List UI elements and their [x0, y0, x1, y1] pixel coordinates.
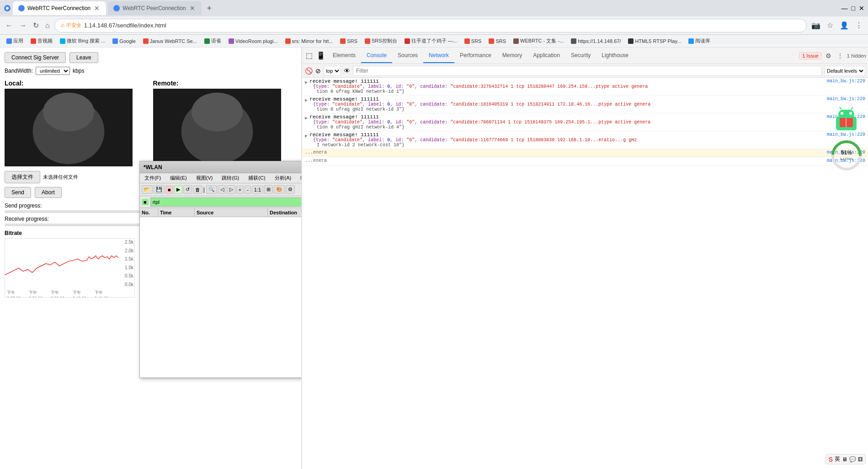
- bookmark-videoroom[interactable]: VideoRoom plugi...: [226, 37, 281, 45]
- ws-zoom-reset[interactable]: 1:1: [252, 186, 263, 194]
- close-button[interactable]: ✕: [859, 5, 864, 12]
- wireshark-filter-input[interactable]: [150, 197, 302, 207]
- bookmark-bing[interactable]: 微软 Bing 搜索 ...: [57, 37, 108, 45]
- ws-clear[interactable]: 🗑: [193, 186, 202, 194]
- bookmark-html5[interactable]: HTML5 RTSP Play...: [625, 37, 684, 45]
- ws-menu-jump[interactable]: 跳转(G): [217, 173, 244, 183]
- devtools-settings-button[interactable]: ⚙: [824, 51, 833, 60]
- expand-1[interactable]: ▶: [305, 80, 308, 85]
- tab-close-1[interactable]: ✕: [93, 4, 101, 13]
- bookmark-srs2[interactable]: SRS: [462, 37, 485, 45]
- ws-nav-fwd[interactable]: ▷: [227, 185, 235, 194]
- expand-2[interactable]: ▶: [305, 97, 308, 103]
- bookmark-reader[interactable]: 阅读库: [686, 37, 713, 45]
- console-filter-input[interactable]: [353, 66, 822, 76]
- tab-security[interactable]: Security: [565, 48, 596, 63]
- bookmark-srs-mirror[interactable]: srs: Mirror for htt...: [282, 37, 336, 45]
- ws-menu-stats[interactable]: 统计(S): [296, 173, 302, 183]
- tab-active[interactable]: WebRTC PeerConnection ✕: [13, 1, 106, 15]
- ws-menu-file[interactable]: 文件(F): [140, 173, 165, 183]
- level-selector[interactable]: Default levels: [825, 66, 865, 76]
- back-button[interactable]: ←: [4, 20, 15, 32]
- address-bar[interactable]: ⚠ 不安全 1.14.148.67/sendfile/index.html: [54, 19, 807, 32]
- ws-open-file[interactable]: 📂: [142, 185, 153, 194]
- issues-badge[interactable]: 1 Issue: [799, 52, 821, 59]
- svg-point-5: [849, 112, 852, 115]
- bookmark-wangyi[interactable]: 往手道了个鸡子 —...: [402, 37, 460, 45]
- console-filter-toggle[interactable]: ⊘: [315, 67, 321, 75]
- tab-memory[interactable]: Memory: [497, 48, 527, 63]
- tab-close-2[interactable]: ✕: [189, 4, 196, 13]
- remote-label: Remote:: [153, 80, 297, 87]
- ws-prefs[interactable]: ⚙: [286, 185, 295, 194]
- devtools-more-button[interactable]: ⋮: [835, 51, 845, 60]
- leave-button[interactable]: Leave: [69, 52, 98, 63]
- devtools-inspect-button[interactable]: ⬚: [304, 49, 314, 62]
- settings-button[interactable]: ⋮: [853, 19, 864, 32]
- bookmark-srs3[interactable]: SRS: [486, 37, 509, 45]
- ws-zoom-out[interactable]: -: [245, 186, 251, 194]
- bookmark-google[interactable]: Google: [110, 37, 138, 45]
- tab-elements[interactable]: Elements: [327, 48, 361, 63]
- ws-stop-capture[interactable]: ■: [165, 186, 173, 194]
- tab-console[interactable]: Console: [361, 48, 392, 63]
- forward-button[interactable]: →: [17, 20, 28, 32]
- bookmark-yuque[interactable]: 语雀: [202, 37, 224, 45]
- bookmark-webrtc[interactable]: WEBRTC - 文集 -...: [511, 37, 566, 45]
- console-eye-button[interactable]: 👁: [344, 67, 350, 75]
- console-detail-3: {type: "candidate", label: 0, id: "0", c…: [313, 120, 824, 125]
- chrome-icon: [4, 5, 11, 12]
- reload-button[interactable]: ↻: [31, 19, 41, 32]
- tab-lighthouse[interactable]: Lighthouse: [596, 48, 634, 63]
- profile-button[interactable]: 👤: [838, 19, 851, 32]
- ws-menu-capture[interactable]: 捕获(C): [244, 173, 270, 183]
- ws-nav-back[interactable]: ◁: [218, 185, 226, 194]
- console-source-1[interactable]: main_bw.js:220: [827, 79, 865, 84]
- tab-sources[interactable]: Sources: [392, 48, 423, 63]
- controls-row: Connect Sig Server Leave: [5, 52, 297, 63]
- ws-start-capture[interactable]: ▶: [174, 185, 182, 194]
- wireshark-toolbar: 📂 💾 ■ ▶ ↺ 🗑 | 🔍 ◁ ▷ + - 1:1 ⊞ 🎨 ⚙: [140, 183, 302, 196]
- bookmark-srs1[interactable]: SRS: [337, 37, 360, 45]
- ws-menu-analyze[interactable]: 分析(A): [270, 173, 296, 183]
- context-selector[interactable]: top: [324, 66, 341, 76]
- bookmark-apps[interactable]: 应用: [4, 37, 26, 45]
- ws-menu-view[interactable]: 视图(V): [192, 173, 218, 183]
- bookmark-icon: [571, 38, 576, 44]
- tab-performance[interactable]: Performance: [454, 48, 497, 63]
- extensions-button[interactable]: 📷: [809, 19, 822, 32]
- expand-3[interactable]: ▶: [305, 115, 308, 121]
- home-button[interactable]: ⌂: [43, 20, 52, 32]
- connect-sig-server-button[interactable]: Connect Sig Server: [5, 52, 66, 63]
- send-button[interactable]: Send: [5, 187, 31, 198]
- bandwidth-select[interactable]: unlimited 500 1000 2000: [36, 67, 70, 75]
- bookmark-av[interactable]: 音视频: [28, 37, 55, 45]
- speed-gauge-svg: 51% 1.426k/s: [831, 139, 863, 171]
- tab-application[interactable]: Application: [527, 48, 565, 63]
- ws-coloring[interactable]: 🎨: [274, 185, 285, 194]
- ws-find[interactable]: 🔍: [206, 185, 217, 194]
- tab-network[interactable]: Network: [423, 48, 454, 63]
- remote-video-section: Remote:: [153, 80, 297, 166]
- abort-button[interactable]: Abort: [35, 187, 62, 198]
- console-source-2[interactable]: main_bw.js:220: [827, 96, 865, 101]
- bookmark-ip[interactable]: https://1.14.148.67/: [568, 37, 623, 45]
- local-video-section: Local:: [5, 80, 149, 166]
- bookmark-button[interactable]: ☆: [825, 19, 835, 32]
- new-tab-button[interactable]: +: [203, 4, 216, 13]
- minimize-button[interactable]: —: [841, 5, 848, 12]
- tab-inactive[interactable]: WebRTC PeerConnection ✕: [108, 1, 201, 15]
- ws-zoom-in[interactable]: +: [236, 186, 244, 194]
- ws-resize[interactable]: ⊞: [264, 185, 273, 194]
- bookmark-srs-control[interactable]: SRS控制台: [362, 37, 400, 45]
- ws-save-file[interactable]: 💾: [154, 185, 165, 194]
- bookmark-janus[interactable]: Janus WebRTC Se...: [140, 37, 200, 45]
- ws-restart[interactable]: ↺: [183, 185, 192, 194]
- expand-4[interactable]: ▶: [305, 133, 308, 139]
- ws-menu-edit[interactable]: 编辑(E): [165, 173, 192, 183]
- maximize-button[interactable]: □: [852, 5, 855, 12]
- devtools-device-button[interactable]: 📱: [314, 49, 327, 62]
- console-clear-button[interactable]: 🚫: [305, 67, 313, 75]
- choose-file-button[interactable]: 选择文件: [5, 171, 40, 183]
- hidden-count: 1 hidden: [847, 53, 866, 59]
